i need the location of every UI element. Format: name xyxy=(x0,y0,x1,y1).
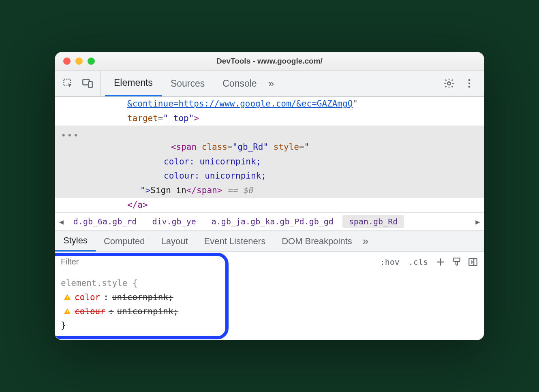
css-property-name[interactable]: colour xyxy=(75,305,105,319)
close-window-button[interactable] xyxy=(63,58,71,65)
maximize-window-button[interactable] xyxy=(88,58,95,65)
breadcrumb-item[interactable]: d.gb_6a.gb_rd xyxy=(67,215,143,228)
dom-breadcrumbs: ◀ d.gb_6a.gb_rd div.gb_ye a.gb_ja.gb_ka.… xyxy=(55,212,484,231)
devtools-window: DevTools - www.google.com/ Elements Sour… xyxy=(55,52,484,340)
new-style-rule-icon[interactable] xyxy=(435,257,446,267)
more-tabs-icon[interactable]: » xyxy=(266,71,276,96)
warning-icon xyxy=(63,307,71,315)
tab-sources[interactable]: Sources xyxy=(162,71,214,96)
dom-line[interactable]: color: unicornpink; xyxy=(55,155,484,169)
warning-icon xyxy=(63,293,71,301)
svg-rect-2 xyxy=(88,82,92,88)
svg-point-6 xyxy=(468,86,471,88)
breadcrumb-item[interactable]: a.gb_ja.gb_ka.gb_Pd.gb_gd xyxy=(205,215,340,228)
dom-line[interactable]: </a> xyxy=(55,198,484,213)
dom-line[interactable]: ">Sign in</span> == $0 xyxy=(55,183,484,198)
settings-icon[interactable] xyxy=(443,78,455,89)
breadcrumb-item-selected[interactable]: span.gb_Rd xyxy=(342,215,404,228)
dom-line[interactable]: &continue=https://www.google.com/&ec=GAZ… xyxy=(55,97,484,111)
subtab-dom-breakpoints[interactable]: DOM Breakpoints xyxy=(274,231,360,251)
tab-console[interactable]: Console xyxy=(214,71,265,96)
toggle-sidebar-icon[interactable] xyxy=(468,257,478,267)
window-title: DevTools - www.google.com/ xyxy=(55,57,484,66)
paint-brush-icon[interactable] xyxy=(451,257,462,267)
styles-pane[interactable]: element.style { color: unicornpink;colou… xyxy=(55,272,484,340)
style-rule-selector[interactable]: element.style { xyxy=(61,276,478,290)
css-property-value[interactable]: unicornpink; xyxy=(117,305,179,319)
device-toolbar-icon[interactable] xyxy=(82,78,93,89)
breadcrumb-item[interactable]: div.gb_ye xyxy=(145,215,202,228)
svg-rect-11 xyxy=(67,311,68,312)
style-declaration-row[interactable]: colour: unicornpink; xyxy=(61,305,478,319)
svg-rect-12 xyxy=(67,313,68,313)
inspect-element-icon[interactable] xyxy=(62,78,74,89)
dom-line[interactable]: colour: unicornpink; xyxy=(55,169,484,183)
minimize-window-button[interactable] xyxy=(75,58,83,65)
subtab-computed[interactable]: Computed xyxy=(96,231,153,251)
dom-tree[interactable]: &continue=https://www.google.com/&ec=GAZ… xyxy=(55,97,484,213)
svg-point-4 xyxy=(468,79,471,81)
kebab-menu-icon[interactable] xyxy=(464,78,475,89)
subtab-event-listeners[interactable]: Event Listeners xyxy=(196,231,274,251)
styles-filter-bar: :hov .cls xyxy=(55,252,484,272)
svg-rect-9 xyxy=(67,296,68,298)
css-property-value[interactable]: unicornpink; xyxy=(112,290,173,305)
expand-ellipsis-icon[interactable]: ••• xyxy=(61,128,79,143)
hov-toggle-button[interactable]: :hov xyxy=(379,256,401,268)
svg-rect-10 xyxy=(67,298,68,299)
tab-elements[interactable]: Elements xyxy=(105,71,162,96)
main-toolbar: Elements Sources Console » xyxy=(55,71,484,97)
main-tabs: Elements Sources Console » xyxy=(101,71,443,96)
style-declaration-row[interactable]: color: unicornpink; xyxy=(61,290,478,305)
titlebar: DevTools - www.google.com/ xyxy=(55,52,484,71)
breadcrumb-right-icon[interactable]: ▶ xyxy=(475,217,481,226)
styles-filter-input[interactable] xyxy=(61,257,379,266)
dom-line[interactable]: target="_top"> xyxy=(55,111,484,126)
svg-rect-8 xyxy=(469,258,477,265)
style-rule-close-brace: } xyxy=(61,318,478,332)
svg-point-3 xyxy=(447,82,450,85)
cls-toggle-button[interactable]: .cls xyxy=(407,256,430,268)
svg-point-5 xyxy=(468,83,471,85)
dom-selected-node[interactable]: •••<span class="gb_Rd" style=" xyxy=(55,126,484,154)
traffic-lights xyxy=(55,58,95,65)
styles-subtabs: Styles Computed Layout Event Listeners D… xyxy=(55,231,484,252)
subtab-styles[interactable]: Styles xyxy=(55,231,96,251)
subtab-layout[interactable]: Layout xyxy=(153,231,196,251)
more-subtabs-icon[interactable]: » xyxy=(360,231,371,251)
svg-rect-7 xyxy=(453,258,460,262)
breadcrumb-left-icon[interactable]: ◀ xyxy=(58,217,64,226)
css-property-name[interactable]: color xyxy=(75,290,100,305)
